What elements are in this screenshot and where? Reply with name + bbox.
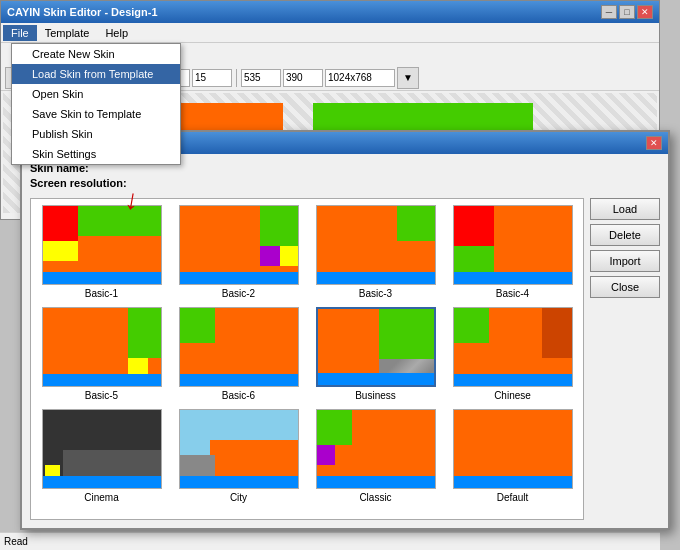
delete-button[interactable]: Delete xyxy=(590,224,660,246)
toolbar-dropdown-btn[interactable]: ▼ xyxy=(397,67,419,89)
template-item-basic5[interactable]: Basic-5 xyxy=(37,307,166,401)
template-thumb-cinema xyxy=(42,409,162,489)
title-bar: CAYIN Skin Editor - Design-1 ─ □ ✕ xyxy=(1,1,659,23)
window-controls: ─ □ ✕ xyxy=(601,5,653,19)
file-dropdown: Create New Skin Load Skin from Template … xyxy=(11,43,181,165)
template-name-cinema: Cinema xyxy=(84,492,118,503)
template-name-basic4: Basic-4 xyxy=(496,288,529,299)
template-thumb-basic1 xyxy=(42,205,162,285)
dialog-buttons: Load Delete Import Close xyxy=(590,198,660,520)
menu-load-skin-from-template[interactable]: Load Skin from Template xyxy=(12,64,180,84)
close-dialog-button[interactable]: Close xyxy=(590,276,660,298)
screen-res-row: Screen resolution: xyxy=(30,177,660,189)
coord-h[interactable] xyxy=(283,69,323,87)
template-name-chinese: Chinese xyxy=(494,390,531,401)
template-name-basic3: Basic-3 xyxy=(359,288,392,299)
template-thumb-chinese xyxy=(453,307,573,387)
dialog-window-controls: ✕ xyxy=(646,136,662,150)
dialog-body: Skin name: Screen resolution: xyxy=(22,154,668,528)
template-name-classic: Classic xyxy=(359,492,391,503)
template-thumb-basic4 xyxy=(453,205,573,285)
menu-publish-skin[interactable]: Publish Skin xyxy=(12,124,180,144)
dialog-content: Basic-1 Basic-2 xyxy=(30,198,660,520)
template-item-basic2[interactable]: Basic-2 xyxy=(174,205,303,299)
template-name-default: Default xyxy=(497,492,529,503)
template-item-cinema[interactable]: Cinema xyxy=(37,409,166,503)
status-text: Read xyxy=(4,536,28,547)
template-item-city[interactable]: City xyxy=(174,409,303,503)
template-thumb-business xyxy=(316,307,436,387)
status-bar: Read xyxy=(0,532,660,550)
menu-skin-settings[interactable]: Skin Settings xyxy=(12,144,180,164)
menu-open-skin[interactable]: Open Skin xyxy=(12,84,180,104)
template-item-classic[interactable]: Classic xyxy=(311,409,440,503)
template-thumb-classic xyxy=(316,409,436,489)
template-thumb-basic5 xyxy=(42,307,162,387)
toolbar-separator-3 xyxy=(236,69,237,87)
template-thumb-basic6 xyxy=(179,307,299,387)
template-name-city: City xyxy=(230,492,247,503)
template-grid: Basic-1 Basic-2 xyxy=(37,205,577,503)
template-item-basic6[interactable]: Basic-6 xyxy=(174,307,303,401)
menu-save-skin-to-template[interactable]: Save Skin to Template xyxy=(12,104,180,124)
template-thumb-city xyxy=(179,409,299,489)
template-item-default[interactable]: Default xyxy=(448,409,577,503)
menu-file[interactable]: File xyxy=(3,25,37,41)
template-name-basic1: Basic-1 xyxy=(85,288,118,299)
menu-create-new-skin[interactable]: Create New Skin xyxy=(12,44,180,64)
template-name-basic5: Basic-5 xyxy=(85,390,118,401)
template-thumb-basic2 xyxy=(179,205,299,285)
menu-help[interactable]: Help xyxy=(97,25,136,41)
template-name-basic6: Basic-6 xyxy=(222,390,255,401)
resolution[interactable] xyxy=(325,69,395,87)
template-item-basic3[interactable]: Basic-3 xyxy=(311,205,440,299)
template-item-basic1[interactable]: Basic-1 xyxy=(37,205,166,299)
maximize-button[interactable]: □ xyxy=(619,5,635,19)
template-item-chinese[interactable]: Chinese xyxy=(448,307,577,401)
coord-w[interactable] xyxy=(241,69,281,87)
template-item-basic4[interactable]: Basic-4 xyxy=(448,205,577,299)
template-grid-container[interactable]: Basic-1 Basic-2 xyxy=(30,198,584,520)
coord-y[interactable] xyxy=(192,69,232,87)
template-thumb-default xyxy=(453,409,573,489)
menu-template[interactable]: Template xyxy=(37,25,98,41)
load-button[interactable]: Load xyxy=(590,198,660,220)
import-button[interactable]: Import xyxy=(590,250,660,272)
minimize-button[interactable]: ─ xyxy=(601,5,617,19)
dialog-close-button[interactable]: ✕ xyxy=(646,136,662,150)
template-name-basic2: Basic-2 xyxy=(222,288,255,299)
template-name-business: Business xyxy=(355,390,396,401)
template-thumb-basic3 xyxy=(316,205,436,285)
dialog-info: Skin name: Screen resolution: xyxy=(30,162,660,192)
app-title: CAYIN Skin Editor - Design-1 xyxy=(7,6,158,18)
menu-bar: File Template Help xyxy=(1,23,659,43)
close-button[interactable]: ✕ xyxy=(637,5,653,19)
screen-res-label: Screen resolution: xyxy=(30,177,127,189)
template-item-business[interactable]: Business xyxy=(311,307,440,401)
skin-template-dialog: Skin Template ✕ Skin name: Screen resolu… xyxy=(20,130,670,530)
